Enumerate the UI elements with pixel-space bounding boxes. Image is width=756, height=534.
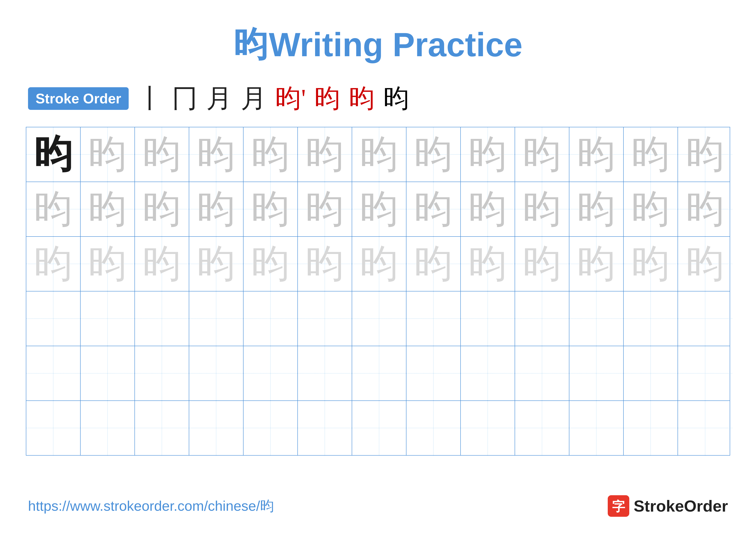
grid-cell: 昀 — [26, 237, 81, 291]
grid-cell-empty[interactable] — [135, 292, 189, 346]
grid-cell-empty[interactable] — [461, 292, 515, 346]
stroke-order-row: Stroke Order 丨 冂 月 月 昀' 昀 昀 昀 — [0, 81, 756, 116]
grid-cell: 昀 — [189, 237, 244, 291]
svg-text:字: 字 — [612, 499, 625, 514]
grid-cell-empty[interactable] — [352, 292, 406, 346]
stroke-step-7: 昀 — [349, 81, 375, 116]
grid-cell: 昀 — [298, 127, 352, 182]
grid-cell-empty[interactable] — [26, 292, 81, 346]
grid-cell-empty[interactable] — [678, 292, 732, 346]
grid-cell-empty[interactable] — [135, 401, 189, 455]
title-text: Writing Practice — [269, 26, 523, 63]
grid-cell: 昀 — [461, 237, 515, 291]
grid-cell-empty[interactable] — [515, 346, 569, 400]
grid-cell-empty[interactable] — [244, 292, 298, 346]
practice-grid: 昀 昀 昀 昀 昀 昀 昀 昀 昀 昀 昀 昀 昀 昀 昀 昀 昀 昀 昀 昀 … — [26, 127, 730, 456]
grid-cell-empty[interactable] — [569, 346, 624, 400]
grid-cell-empty[interactable] — [461, 401, 515, 455]
grid-cell: 昀 — [135, 127, 189, 182]
stroke-step-5: 昀' — [275, 81, 306, 116]
grid-cell: 昀 — [624, 127, 678, 182]
grid-row-3: 昀 昀 昀 昀 昀 昀 昀 昀 昀 昀 昀 昀 昀 — [26, 237, 730, 292]
grid-cell: 昀 — [624, 182, 678, 236]
grid-cell: 昀 — [461, 127, 515, 182]
page-title: 昀 Writing Practice — [0, 0, 756, 68]
grid-cell-empty[interactable] — [678, 346, 732, 400]
grid-cell: 昀 — [678, 127, 732, 182]
grid-cell: 昀 — [81, 182, 135, 236]
grid-cell-empty[interactable] — [569, 401, 624, 455]
grid-cell-empty[interactable] — [81, 292, 135, 346]
grid-cell: 昀 — [26, 182, 81, 236]
stroke-step-8: 昀 — [383, 81, 409, 116]
stroke-step-6: 昀 — [314, 81, 340, 116]
grid-cell: 昀 — [515, 127, 569, 182]
grid-cell: 昀 — [406, 237, 461, 291]
stroke-step-4: 月 — [241, 81, 267, 116]
grid-cell: 昀 — [244, 182, 298, 236]
grid-cell-empty[interactable] — [624, 346, 678, 400]
grid-cell: 昀 — [569, 182, 624, 236]
grid-cell: 昀 — [624, 237, 678, 291]
stroke-step-2: 冂 — [172, 81, 198, 116]
grid-cell-empty[interactable] — [189, 292, 244, 346]
grid-cell-empty[interactable] — [515, 292, 569, 346]
grid-row-1: 昀 昀 昀 昀 昀 昀 昀 昀 昀 昀 昀 昀 昀 — [26, 127, 730, 182]
grid-cell-empty[interactable] — [135, 346, 189, 400]
grid-cell-empty[interactable] — [189, 346, 244, 400]
grid-cell-empty[interactable] — [298, 292, 352, 346]
grid-cell: 昀 — [461, 182, 515, 236]
grid-cell: 昀 — [678, 182, 732, 236]
grid-cell: 昀 — [135, 182, 189, 236]
grid-cell: 昀 — [352, 182, 406, 236]
grid-cell: 昀 — [406, 182, 461, 236]
grid-cell-empty[interactable] — [678, 401, 732, 455]
footer-url: https://www.strokeorder.com/chinese/昀 — [28, 496, 274, 516]
grid-cell: 昀 — [569, 127, 624, 182]
stroke-step-3: 月 — [206, 81, 232, 116]
grid-cell-empty[interactable] — [189, 401, 244, 455]
grid-cell: 昀 — [352, 237, 406, 291]
grid-cell-empty[interactable] — [298, 401, 352, 455]
grid-cell: 昀 — [406, 127, 461, 182]
grid-cell-empty[interactable] — [26, 401, 81, 455]
grid-cell-empty[interactable] — [352, 346, 406, 400]
grid-cell-empty[interactable] — [352, 401, 406, 455]
grid-row-5[interactable] — [26, 346, 730, 401]
grid-cell-empty[interactable] — [81, 346, 135, 400]
grid-cell-empty[interactable] — [569, 292, 624, 346]
grid-cell: 昀 — [244, 237, 298, 291]
grid-cell-empty[interactable] — [298, 346, 352, 400]
grid-cell: 昀 — [352, 127, 406, 182]
grid-cell: 昀 — [81, 237, 135, 291]
grid-cell: 昀 — [26, 127, 81, 182]
grid-cell: 昀 — [569, 237, 624, 291]
grid-cell: 昀 — [678, 237, 732, 291]
title-char: 昀 — [233, 25, 268, 64]
grid-row-2: 昀 昀 昀 昀 昀 昀 昀 昀 昀 昀 昀 昀 昀 — [26, 182, 730, 237]
grid-row-6[interactable] — [26, 401, 730, 455]
grid-cell: 昀 — [515, 182, 569, 236]
grid-cell-empty[interactable] — [81, 401, 135, 455]
footer: https://www.strokeorder.com/chinese/昀 字 … — [0, 495, 756, 517]
grid-cell: 昀 — [298, 182, 352, 236]
grid-cell-empty[interactable] — [406, 346, 461, 400]
grid-cell-empty[interactable] — [624, 401, 678, 455]
footer-logo: 字 StrokeOrder — [608, 495, 728, 517]
grid-cell-empty[interactable] — [461, 346, 515, 400]
grid-cell: 昀 — [298, 237, 352, 291]
strokeorder-logo-icon: 字 — [608, 495, 629, 517]
grid-cell-empty[interactable] — [406, 401, 461, 455]
grid-cell-empty[interactable] — [406, 292, 461, 346]
grid-cell-empty[interactable] — [26, 346, 81, 400]
grid-cell-empty[interactable] — [624, 292, 678, 346]
grid-cell: 昀 — [81, 127, 135, 182]
grid-cell-empty[interactable] — [244, 401, 298, 455]
grid-row-4[interactable] — [26, 292, 730, 346]
footer-logo-text: StrokeOrder — [634, 497, 728, 515]
stroke-order-badge: Stroke Order — [28, 87, 129, 110]
grid-cell-empty[interactable] — [244, 346, 298, 400]
grid-cell-empty[interactable] — [515, 401, 569, 455]
grid-cell: 昀 — [189, 127, 244, 182]
grid-cell: 昀 — [189, 182, 244, 236]
